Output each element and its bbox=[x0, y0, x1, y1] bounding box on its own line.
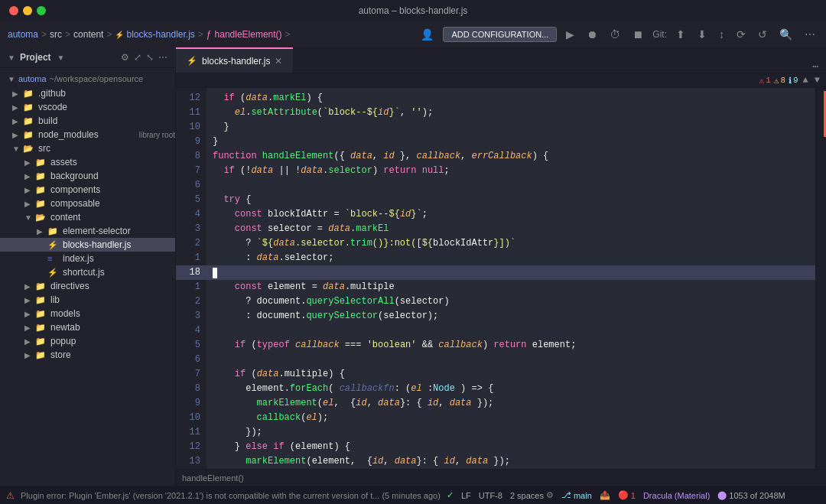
sidebar-item-label: element-selector bbox=[63, 226, 175, 236]
stop-icon[interactable]: ⏹ bbox=[629, 27, 646, 42]
sidebar-item-label: store bbox=[50, 350, 175, 360]
sidebar-item-background[interactable]: ▶ 📁 background bbox=[0, 169, 175, 183]
folder-icon: 📁 bbox=[23, 102, 35, 112]
git-fetch-icon[interactable]: ↕ bbox=[716, 27, 727, 42]
status-branch[interactable]: ⎇ main bbox=[561, 490, 592, 500]
sidebar-item-vscode[interactable]: ▶ 📁 vscode bbox=[0, 100, 175, 114]
maximize-button[interactable] bbox=[37, 6, 46, 15]
code-line: if (!data || !data.selector) return null… bbox=[206, 164, 815, 178]
line-numbers: 12 11 10 9 8 7 6 5 4 3 2 1 18 1 2 3 4 5 … bbox=[176, 88, 206, 469]
code-line: } bbox=[206, 120, 815, 135]
sidebar-item-label: blocks-handler.js bbox=[63, 239, 175, 250]
code-content[interactable]: if (data.markEl) { el.setAttribute(`bloc… bbox=[206, 88, 815, 469]
close-button[interactable] bbox=[9, 6, 18, 15]
tab-file-icon: ⚡ bbox=[187, 56, 197, 66]
status-check-icon: ✓ bbox=[447, 490, 454, 500]
coverage-icon[interactable]: ⏱ bbox=[606, 27, 623, 42]
sidebar-item-store[interactable]: ▶ 📁 store bbox=[0, 348, 175, 362]
sidebar-item-popup[interactable]: ▶ 📁 popup bbox=[0, 334, 175, 348]
error-indicators-bar: ⚠ 1 ⚠ 8 ℹ 9 ▲ ▼ bbox=[176, 73, 826, 88]
status-right: ✓ LF UTF-8 2 spaces ⚙ ⎇ main 📤 🔴 1 Dracu… bbox=[447, 490, 785, 500]
window-title: automa – blocks-handler.js bbox=[359, 5, 468, 16]
status-upload-icon[interactable]: 📤 bbox=[600, 490, 610, 500]
folder-icon: 📁 bbox=[35, 295, 47, 305]
nav-down-icon[interactable]: ▼ bbox=[813, 75, 821, 86]
sidebar-item-content[interactable]: ▼ 📂 content bbox=[0, 210, 175, 224]
status-indent[interactable]: 2 spaces ⚙ bbox=[510, 490, 554, 500]
js-file-icon: ⚡ bbox=[47, 268, 60, 278]
sidebar-collapse-icon[interactable]: ⤡ bbox=[146, 52, 154, 63]
sidebar-item-composable[interactable]: ▶ 📁 composable bbox=[0, 197, 175, 210]
info-count[interactable]: ℹ 9 bbox=[789, 76, 798, 86]
folder-icon: 📁 bbox=[35, 185, 47, 195]
minimap[interactable] bbox=[815, 88, 826, 469]
breadcrumb-src[interactable]: src bbox=[50, 29, 62, 40]
sidebar-item-assets[interactable]: ▶ 📁 assets bbox=[0, 155, 175, 169]
content-folder-icon: 📂 bbox=[35, 213, 47, 223]
main-area: ▼ Project ▼ ⚙ ⤢ ⤡ ⋯ ▼ automa automa ~/wo… bbox=[0, 47, 826, 486]
sidebar-expand-icon[interactable]: ⤢ bbox=[134, 52, 141, 63]
sidebar-item-label: models bbox=[50, 308, 175, 319]
breadcrumb-project[interactable]: automa bbox=[8, 29, 38, 40]
sidebar-item-newtab[interactable]: ▶ 📁 newtab bbox=[0, 320, 175, 334]
folder-icon: 📁 bbox=[35, 350, 47, 360]
sidebar-item-src[interactable]: ▼ 📂 src bbox=[0, 141, 175, 155]
tab-close-button[interactable]: ✕ bbox=[275, 56, 282, 67]
sidebar-item-github[interactable]: ▶ 📁 .github bbox=[0, 86, 175, 100]
git-push-icon[interactable]: ⬆ bbox=[673, 27, 688, 42]
sidebar-item-node-modules[interactable]: ▶ 📁 node_modules library root bbox=[0, 128, 175, 141]
code-line bbox=[206, 178, 815, 193]
sidebar-item-components[interactable]: ▶ 📁 components bbox=[0, 183, 175, 197]
sidebar-settings-icon[interactable]: ⚙ bbox=[121, 52, 129, 63]
tab-more-icon[interactable]: ⋯ bbox=[812, 60, 818, 73]
sidebar-item-label: .github bbox=[38, 88, 175, 99]
sidebar-item-directives[interactable]: ▶ 📁 directives bbox=[0, 279, 175, 293]
more-icon[interactable]: ⋯ bbox=[802, 27, 818, 42]
sidebar-item-build[interactable]: ▶ 📁 build bbox=[0, 114, 175, 128]
record-icon[interactable]: ⏺ bbox=[584, 27, 600, 42]
code-line: function handleElement({ data, id }, cal… bbox=[206, 149, 815, 164]
add-configuration-button[interactable]: ADD CONFIGURATION... bbox=[443, 27, 557, 42]
status-charset[interactable]: UTF-8 bbox=[479, 491, 502, 500]
sidebar-item-shortcut[interactable]: ▶ ⚡ shortcut.js bbox=[0, 265, 175, 279]
code-line bbox=[206, 324, 815, 338]
status-encoding[interactable]: LF bbox=[461, 491, 471, 500]
sidebar-item-index[interactable]: ▶ ≡ index.js bbox=[0, 252, 175, 265]
sidebar-item-blocks-handler[interactable]: ▶ ⚡ blocks-handler.js bbox=[0, 238, 175, 252]
tab-bar: ⚡ blocks-handler.js ✕ ⋯ bbox=[176, 47, 826, 73]
search-icon[interactable]: 🔍 bbox=[776, 27, 795, 42]
sidebar: ▼ Project ▼ ⚙ ⤢ ⤡ ⋯ ▼ automa automa ~/wo… bbox=[0, 47, 176, 486]
tab-blocks-handler[interactable]: ⚡ blocks-handler.js ✕ bbox=[176, 47, 293, 73]
window-controls[interactable] bbox=[9, 6, 46, 15]
user-icon[interactable]: 👤 bbox=[418, 27, 437, 42]
sidebar-item-label: components bbox=[50, 184, 175, 195]
sidebar-item-lib[interactable]: ▶ 📁 lib bbox=[0, 293, 175, 307]
git-pull-icon[interactable]: ⬇ bbox=[694, 27, 710, 42]
status-bar: ⚠ Plugin error: Plugin 'Ember.js' (versi… bbox=[0, 486, 826, 504]
sidebar-more-icon[interactable]: ⋯ bbox=[158, 52, 167, 63]
sidebar-item-element-selector[interactable]: ▶ 📁 element-selector bbox=[0, 224, 175, 238]
sidebar-item-models[interactable]: ▶ 📁 models bbox=[0, 307, 175, 320]
editor-area: ⚡ blocks-handler.js ✕ ⋯ ⚠ 1 ⚠ 8 ℹ 9 ▲ bbox=[176, 47, 826, 486]
git-history-icon[interactable]: ⟳ bbox=[733, 27, 749, 42]
sidebar-title: Project bbox=[20, 52, 51, 63]
code-line: if (typeof callback === 'boolean' && cal… bbox=[206, 338, 815, 353]
sidebar-item-label: node_modules bbox=[38, 129, 136, 140]
status-theme[interactable]: Dracula (Material) bbox=[643, 491, 710, 500]
code-line: if (data.markEl) { bbox=[206, 91, 815, 106]
error-count[interactable]: ⚠ 1 bbox=[759, 76, 771, 86]
git-refresh-icon[interactable]: ↺ bbox=[755, 27, 770, 42]
tab-actions: ⋯ bbox=[812, 60, 826, 73]
folder-icon: 📁 bbox=[35, 158, 47, 167]
sidebar-item-label: build bbox=[38, 115, 175, 126]
folder-icon: 📁 bbox=[35, 337, 47, 346]
breadcrumb-content[interactable]: content bbox=[73, 29, 103, 40]
minimize-button[interactable] bbox=[23, 6, 32, 15]
folder-icon: 📁 bbox=[23, 130, 35, 140]
code-line: if (data.multiple) { bbox=[206, 367, 815, 382]
breadcrumb-func[interactable]: handleElement() bbox=[215, 29, 282, 40]
nav-up-icon[interactable]: ▲ bbox=[802, 75, 810, 86]
breadcrumb-file[interactable]: blocks-handler.js bbox=[126, 29, 194, 40]
run-icon[interactable]: ▶ bbox=[563, 27, 577, 42]
warning-count[interactable]: ⚠ 8 bbox=[774, 76, 785, 86]
